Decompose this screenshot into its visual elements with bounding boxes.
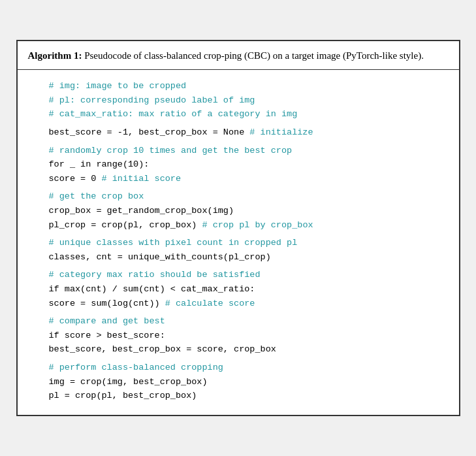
code-line: pl_crop = crop(pl, crop_box) # crop pl b… — [49, 218, 443, 233]
code-text: best_score = -1, best_crop_box = None — [49, 127, 250, 137]
code-text: if max(cnt) / sum(cnt) < cat_max_ratio: — [49, 284, 255, 294]
comment-text: # perform class-balanced cropping — [49, 363, 223, 372]
code-line: # category max ratio should be satisfied — [49, 268, 443, 282]
code-text: img = crop(img, best_crop_box) — [49, 377, 208, 387]
comment-text: # randomly crop 10 times and get the bes… — [49, 146, 293, 155]
code-text: if score > best_score: — [49, 331, 165, 340]
algorithm-title-prefix: Algorithm 1: — [28, 50, 82, 61]
code-line: img = crop(img, best_crop_box) — [49, 375, 443, 389]
algorithm-header: Algorithm 1: Pseudocode of class-balance… — [18, 41, 459, 70]
code-line: crop_box = get_random_crop_box(img) — [49, 204, 443, 218]
inline-comment: # crop pl by crop_box — [202, 220, 313, 230]
code-line: # perform class-balanced cropping — [49, 361, 443, 375]
code-line: pl = crop(pl, best_crop_box) — [49, 389, 443, 403]
inline-comment: # initialize — [249, 127, 313, 137]
code-line: if score > best_score: — [49, 329, 443, 343]
code-line: for _ in range(10): — [49, 157, 443, 172]
code-text: pl = crop(pl, best_crop_box) — [49, 391, 197, 400]
code-text: for _ in range(10): — [49, 159, 150, 169]
comment-text: # compare and get best — [49, 316, 165, 326]
code-text: best_score, best_crop_box = score, crop_… — [49, 344, 276, 354]
code-text: pl_crop = crop(pl, crop_box) — [49, 220, 202, 230]
comment-text: # unique classes with pixel count in cro… — [49, 238, 298, 248]
code-text: classes, cnt = unique_with_counts(pl_cro… — [49, 252, 271, 262]
comment-text: # category max ratio should be satisfied — [49, 270, 261, 280]
code-line: if max(cnt) / sum(cnt) < cat_max_ratio: — [49, 282, 443, 297]
code-line: # get the crop box — [49, 189, 443, 204]
algorithm-body: # img: image to be cropped# pl: correspo… — [18, 70, 459, 414]
inline-comment: # calculate score — [165, 299, 255, 308]
code-line: # compare and get best — [49, 314, 443, 329]
inline-comment: # initial score — [102, 174, 182, 184]
code-text: score = sum(log(cnt)) — [49, 299, 165, 308]
code-line: # cat_max_ratio: max ratio of a category… — [49, 107, 443, 122]
comment-text: # img: image to be cropped — [49, 81, 187, 91]
algorithm-container: Algorithm 1: Pseudocode of class-balance… — [16, 40, 460, 415]
code-line: # unique classes with pixel count in cro… — [49, 236, 443, 250]
code-line: classes, cnt = unique_with_counts(pl_cro… — [49, 250, 443, 265]
code-line: best_score, best_crop_box = score, crop_… — [49, 342, 443, 357]
code-line: score = 0 # initial score — [49, 172, 443, 186]
code-line: # pl: corresponding pseudo label of img — [49, 93, 443, 108]
comment-text: # pl: corresponding pseudo label of img — [49, 95, 255, 105]
algorithm-title: Algorithm 1: Pseudocode of class-balance… — [28, 49, 449, 63]
code-line: score = sum(log(cnt)) # calculate score — [49, 297, 443, 311]
code-text: crop_box = get_random_crop_box(img) — [49, 206, 234, 216]
code-text: score = 0 — [49, 174, 102, 184]
code-line: # img: image to be cropped — [49, 79, 443, 93]
comment-text: # cat_max_ratio: max ratio of a category… — [49, 109, 298, 119]
algorithm-title-text: Pseudocode of class-balanced crop-ping (… — [82, 50, 424, 61]
code-line: # randomly crop 10 times and get the bes… — [49, 144, 443, 158]
comment-text: # get the crop box — [49, 191, 144, 201]
code-line: best_score = -1, best_crop_box = None # … — [49, 125, 443, 140]
